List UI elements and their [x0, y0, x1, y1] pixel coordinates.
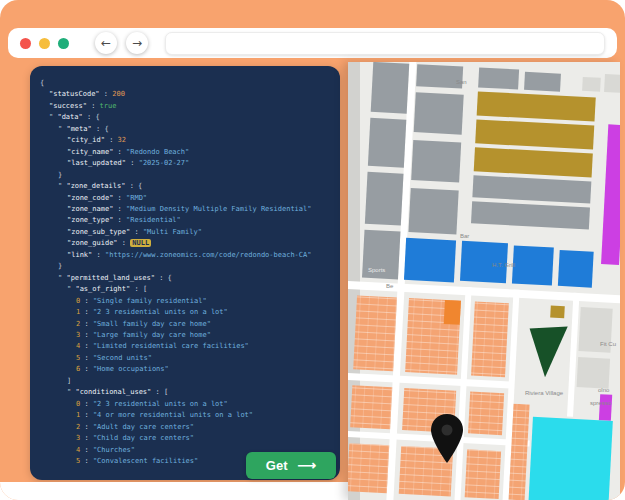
address-bar[interactable] [165, 32, 605, 55]
window-footer [0, 482, 348, 500]
svg-text:olno: olno [598, 387, 610, 393]
get-button-label: Get [266, 458, 288, 473]
svg-text:Sports: Sports [368, 267, 385, 273]
svg-text:Be: Be [386, 283, 394, 289]
zone-magenta-sliver [599, 394, 612, 421]
traffic-light-close[interactable] [20, 38, 31, 49]
back-button[interactable]: ← [95, 32, 117, 54]
traffic-light-minimize[interactable] [39, 38, 50, 49]
traffic-lights [20, 38, 69, 49]
zone-buildings-right [577, 307, 613, 389]
get-button[interactable]: Get ⟶ [246, 452, 336, 479]
zoning-map[interactable]: San Bar H.T. Grill Sports Be Riviera Vil… [348, 62, 620, 500]
code-lines: {"statusCode" : 200"success" : true" "da… [40, 78, 330, 467]
svg-text:San: San [456, 79, 467, 85]
traffic-light-maximize[interactable] [58, 38, 69, 49]
zone-gray-mid [408, 92, 463, 234]
browser-chrome: ← → [8, 28, 617, 58]
svg-text:Riviera Village: Riviera Village [525, 390, 564, 396]
arrow-right-icon: ⟶ [298, 458, 317, 473]
svg-text:Bar: Bar [460, 233, 469, 239]
zone-cyan-block [528, 417, 612, 500]
app-window: ← → {"statusCode" : 200"success" : true"… [0, 0, 625, 500]
zone-gold-bars [474, 91, 596, 177]
zone-gold-small [550, 306, 565, 319]
zone-orange-parcel [444, 300, 461, 325]
svg-text:spresso: spresso [590, 400, 612, 406]
svg-text:Fit Cu: Fit Cu [600, 341, 616, 347]
svg-text:H.T. Grill: H.T. Grill [492, 262, 515, 268]
zoning-map-svg: San Bar H.T. Grill Sports Be Riviera Vil… [348, 62, 620, 500]
code-panel: {"statusCode" : 200"success" : true" "da… [30, 66, 340, 480]
forward-button[interactable]: → [126, 32, 148, 54]
